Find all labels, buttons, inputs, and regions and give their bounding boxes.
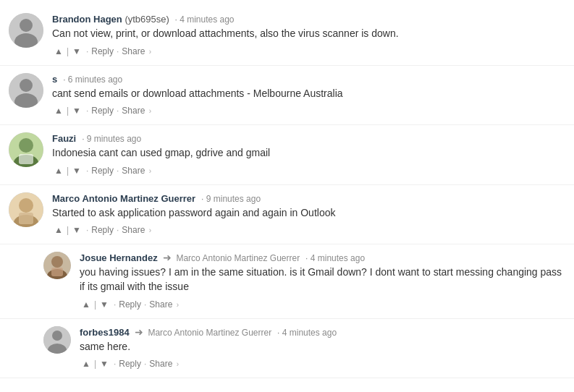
comment-time: · 4 minutes ago xyxy=(174,14,234,25)
comment-time: · 9 minutes ago xyxy=(82,134,141,144)
comment-username: Josue Hernandez xyxy=(80,252,158,263)
reply-to-arrow: ➜ xyxy=(163,252,172,263)
upvote-button[interactable]: ▲ xyxy=(52,164,65,177)
share-button[interactable]: Share › xyxy=(149,359,179,369)
reply-button[interactable]: Reply xyxy=(91,166,114,176)
reply-button[interactable]: Reply xyxy=(91,106,114,116)
comment-username: forbes1984 xyxy=(80,327,130,338)
reply-to-username: Marco Antonio Martinez Guerrer xyxy=(176,253,300,263)
share-button[interactable]: Share › xyxy=(122,106,151,116)
downvote-button[interactable]: ▼ xyxy=(70,223,83,237)
comment-body: Brandon Hagen (ytb695se) · 4 minutes ago… xyxy=(52,13,565,58)
avatar xyxy=(9,132,43,167)
downvote-button[interactable]: ▼ xyxy=(70,45,83,58)
comment-actions: ▲ | ▼ · Reply · Share › xyxy=(52,164,565,177)
svg-rect-17 xyxy=(51,268,63,276)
comment-username: Fauzi xyxy=(52,133,76,144)
comment-header: Fauzi · 9 minutes ago xyxy=(52,132,565,144)
comment-body: Fauzi · 9 minutes ago Indonesia cant can… xyxy=(52,132,565,177)
upvote-button[interactable]: ▲ xyxy=(52,104,65,117)
downvote-button[interactable]: ▼ xyxy=(98,298,111,311)
comment-actions: ▲ | ▼ · Reply · Share › xyxy=(80,357,565,370)
share-icon: › xyxy=(149,167,151,175)
downvote-button[interactable]: ▼ xyxy=(70,104,83,117)
comment-text: you having issues? I am in the same situ… xyxy=(80,265,565,294)
share-button[interactable]: Share › xyxy=(122,166,151,176)
svg-point-1 xyxy=(20,19,33,32)
comment-text: Indonesia cant can used gmap, gdrive and… xyxy=(52,146,565,161)
comment-item: Marco Antonio Martinez Guerrer · 9 minut… xyxy=(0,185,574,245)
share-icon: › xyxy=(177,301,179,309)
comment-time: · 9 minutes ago xyxy=(201,194,261,204)
svg-point-11 xyxy=(19,198,33,213)
comment-body: Marco Antonio Martinez Guerrer · 9 minut… xyxy=(52,192,565,237)
comment-username: s xyxy=(52,74,57,85)
share-icon: › xyxy=(177,360,179,368)
svg-point-7 xyxy=(19,138,33,153)
svg-point-4 xyxy=(20,79,33,92)
comment-item-reply: forbes1984 ➜ Marco Antonio Martinez Guer… xyxy=(0,319,574,379)
svg-point-19 xyxy=(52,331,62,341)
avatar xyxy=(9,73,43,108)
reply-to-arrow: ➜ xyxy=(135,326,143,338)
comment-body: s · 6 minutes ago cant send emails or do… xyxy=(52,73,565,118)
comment-item-reply: Josue Hernandez ➜ Marco Antonio Martinez… xyxy=(0,244,574,318)
upvote-button[interactable]: ▲ xyxy=(80,357,93,370)
avatar xyxy=(43,252,71,279)
comment-header: Marco Antonio Martinez Guerrer · 9 minut… xyxy=(52,192,565,204)
share-icon: › xyxy=(149,226,151,234)
svg-point-15 xyxy=(51,256,63,268)
share-button[interactable]: Share › xyxy=(122,46,151,56)
comment-item: Fauzi · 9 minutes ago Indonesia cant can… xyxy=(0,125,574,185)
comment-actions: ▲ | ▼ · Reply · Share › xyxy=(52,223,565,237)
comment-actions: ▲ | ▼ · Reply · Share › xyxy=(80,298,565,311)
svg-rect-9 xyxy=(19,154,33,164)
comment-actions: ▲ | ▼ · Reply · Share › xyxy=(52,45,565,58)
svg-rect-13 xyxy=(19,213,33,224)
comment-time: · 6 minutes ago xyxy=(63,74,122,85)
comment-text: Can not view, print, or download attachm… xyxy=(52,27,565,41)
comment-header: s · 6 minutes ago xyxy=(52,73,565,85)
avatar xyxy=(9,13,43,48)
share-icon: › xyxy=(149,48,151,56)
share-button[interactable]: Share › xyxy=(122,225,151,235)
reply-button[interactable]: Reply xyxy=(91,225,114,235)
reply-button[interactable]: Reply xyxy=(119,359,141,369)
share-icon: › xyxy=(149,107,151,115)
downvote-button[interactable]: ▼ xyxy=(70,164,83,177)
upvote-button[interactable]: ▲ xyxy=(52,223,65,237)
comment-text: Started to ask application password agai… xyxy=(52,206,565,221)
comment-item: Brandon Hagen (ytb695se) · 4 minutes ago… xyxy=(0,6,574,66)
comment-text: same here. xyxy=(80,340,565,354)
reply-button[interactable]: Reply xyxy=(91,46,114,56)
comment-body: Josue Hernandez ➜ Marco Antonio Martinez… xyxy=(80,252,565,310)
comment-time: · 4 minutes ago xyxy=(277,328,337,338)
reply-button[interactable]: Reply xyxy=(119,299,141,310)
comment-actions: ▲ | ▼ · Reply · Share › xyxy=(52,104,565,117)
comment-text: cant send emails or download attachments… xyxy=(52,87,565,101)
avatar xyxy=(9,192,43,227)
comment-item: s · 6 minutes ago cant send emails or do… xyxy=(0,66,574,126)
comment-username: Brandon Hagen (ytb695se) xyxy=(52,14,172,25)
upvote-button[interactable]: ▲ xyxy=(52,45,65,58)
avatar xyxy=(43,326,71,354)
comment-time: · 4 minutes ago xyxy=(305,253,365,263)
downvote-button[interactable]: ▼ xyxy=(98,357,111,370)
reply-to-username: Marco Antonio Martinez Guerrer xyxy=(148,328,271,338)
comment-header: Brandon Hagen (ytb695se) · 4 minutes ago xyxy=(52,13,565,25)
comment-section: Brandon Hagen (ytb695se) · 4 minutes ago… xyxy=(0,0,574,384)
comment-body: forbes1984 ➜ Marco Antonio Martinez Guer… xyxy=(80,326,565,371)
comment-username: Marco Antonio Martinez Guerrer xyxy=(52,193,195,204)
comment-header: forbes1984 ➜ Marco Antonio Martinez Guer… xyxy=(80,326,565,338)
comment-header: Josue Hernandez ➜ Marco Antonio Martinez… xyxy=(80,252,565,263)
share-button[interactable]: Share › xyxy=(149,299,179,310)
upvote-button[interactable]: ▲ xyxy=(80,298,93,311)
